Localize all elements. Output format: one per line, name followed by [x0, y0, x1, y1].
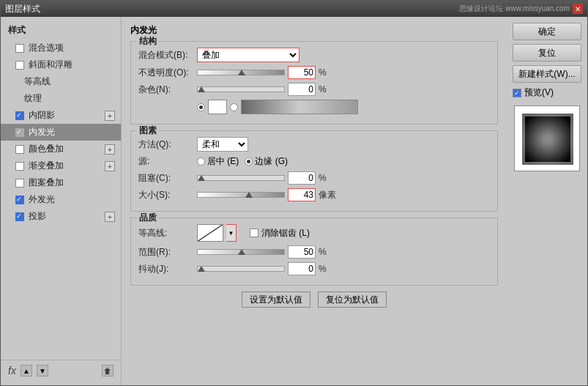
xiemian-checkbox[interactable]: [15, 61, 24, 70]
waifaguang-checkbox[interactable]: [15, 196, 24, 204]
butuomingdu-label: 不透明度(O):: [138, 67, 197, 79]
bianyuan-radio[interactable]: [245, 157, 253, 166]
hunhe-label: 混合选项: [29, 42, 64, 54]
sidebar-item-tuxiangdieijia[interactable]: 图案叠加: [1, 174, 121, 191]
zuse-slider[interactable]: [197, 175, 285, 181]
tuxiangdieijia-label: 图案叠加: [29, 177, 64, 189]
juzong-radio[interactable]: [197, 157, 205, 166]
daxiao-thumb[interactable]: [245, 192, 253, 198]
waifaguang-label: 外发光: [29, 193, 55, 206]
hunhe-checkbox[interactable]: [15, 44, 24, 53]
confirm-button[interactable]: 确定: [513, 23, 581, 40]
reset-default-button[interactable]: 复位为默认值: [318, 292, 387, 308]
color-row: [138, 100, 490, 114]
fanwei-input[interactable]: [288, 245, 316, 259]
new-style-button[interactable]: 新建样式(W)...: [513, 65, 581, 83]
xiaochujizu-checkbox[interactable]: [250, 229, 258, 237]
pinzhi-section: 品质 等高线: ▼ 消除: [130, 218, 498, 286]
sidebar-item-hunhe[interactable]: 混合选项: [1, 40, 121, 56]
fangfa-select[interactable]: 柔和 精确: [197, 137, 248, 152]
dialog-title: 图层样式: [5, 3, 40, 15]
preview-label: 预览(V): [524, 86, 554, 99]
fanwei-row: 范围(R): %: [138, 245, 490, 259]
sidebar-item-waifaguang[interactable]: 外发光: [1, 191, 121, 208]
yuan-radio-group: 居中 (E) 边缘 (G): [197, 155, 288, 168]
yansedieijia-plus[interactable]: +: [105, 144, 115, 155]
butuomingdu-thumb[interactable]: [238, 70, 245, 75]
tuso-label: 图素: [137, 125, 159, 137]
tuso-section: 图素 方法(Q): 柔和 精确 源:: [130, 130, 498, 212]
sidebar-item-denggaoxian[interactable]: 等高线: [1, 73, 121, 90]
jianbiandieijia-plus[interactable]: +: [105, 161, 115, 171]
reset-button[interactable]: 复位: [513, 44, 581, 62]
sidebar-item-touying[interactable]: 投影 +: [1, 208, 121, 225]
zase-thumb[interactable]: [198, 86, 205, 92]
xiaochujizu-item[interactable]: 消除锯齿 (L): [250, 227, 310, 240]
jianbiandieijia-checkbox[interactable]: [15, 162, 24, 171]
bianyuan-radio-item[interactable]: 边缘 (G): [245, 155, 288, 168]
juzong-radio-item[interactable]: 居中 (E): [197, 155, 239, 168]
denggaoxian-label: 等高线: [24, 75, 51, 88]
doushi-slider[interactable]: [197, 266, 285, 272]
daxiao-input[interactable]: [288, 188, 316, 201]
sidebar-item-wenli[interactable]: 纹理: [1, 90, 121, 107]
yansedieijia-label: 颜色叠加: [29, 143, 64, 155]
denggaoxian-row: 等高线: ▼ 消除锯齿 (L): [138, 224, 490, 242]
butuomingdu-row: 不透明度(O): %: [138, 66, 490, 79]
zase-input[interactable]: [288, 83, 316, 96]
fanwei-slider[interactable]: [197, 249, 285, 255]
butuomingdu-slider[interactable]: [197, 70, 285, 75]
close-button[interactable]: ✕: [573, 4, 583, 14]
neifaguang-checkbox[interactable]: [15, 128, 24, 137]
xiemian-label: 斜面和浮雕: [29, 59, 72, 71]
preview-image: [514, 105, 580, 171]
wenli-label: 纹理: [24, 92, 42, 105]
hunhemode-select[interactable]: 叠加: [197, 48, 299, 62]
doushi-row: 抖动(J): %: [138, 262, 490, 275]
fangfa-row: 方法(Q): 柔和 精确: [138, 137, 490, 152]
set-default-button[interactable]: 设置为默认值: [242, 292, 310, 308]
color-control: [197, 100, 490, 114]
fanwei-thumb[interactable]: [238, 249, 245, 255]
sidebar-item-neifaguang[interactable]: 内发光: [1, 124, 121, 141]
daxiao-slider[interactable]: [197, 192, 285, 198]
doushi-control: %: [197, 262, 490, 275]
zuse-row: 阻塞(C): %: [138, 171, 490, 185]
jiegou-section: 结构 混合模式(B): 叠加 不透明度(O):: [130, 41, 498, 125]
down-arrow-button[interactable]: ▼: [37, 365, 48, 376]
neiyinying-label: 内阴影: [29, 109, 55, 122]
touying-checkbox[interactable]: [15, 212, 24, 221]
zase-slider[interactable]: [197, 86, 285, 92]
tuxiangdieijia-checkbox[interactable]: [15, 179, 24, 188]
yansedieijia-checkbox[interactable]: [15, 145, 24, 154]
zase-label: 杂色(N):: [138, 83, 197, 96]
zuse-thumb[interactable]: [198, 175, 205, 181]
color-picker[interactable]: [208, 100, 227, 114]
zuse-input[interactable]: [288, 171, 316, 185]
zuse-percent: %: [319, 173, 329, 183]
main-section-title: 内发光: [130, 24, 498, 37]
daxiao-label: 大小(S):: [138, 189, 197, 201]
sidebar-item-yansedieijia[interactable]: 颜色叠加 +: [1, 141, 121, 157]
contour-preview[interactable]: [197, 224, 223, 242]
solid-radio[interactable]: [197, 103, 205, 111]
neiyinying-checkbox[interactable]: [15, 111, 24, 120]
sidebar-item-jianbiandieijia[interactable]: 渐变叠加 +: [1, 157, 121, 174]
contour-dropdown[interactable]: ▼: [226, 224, 237, 242]
hunhemode-label: 混合模式(B):: [138, 49, 197, 62]
sidebar-item-xiemian[interactable]: 斜面和浮雕: [1, 56, 121, 73]
gradient-radio[interactable]: [230, 103, 238, 111]
touying-plus[interactable]: +: [105, 212, 115, 222]
neiyinying-plus[interactable]: +: [105, 111, 115, 121]
left-panel: 样式 混合选项 斜面和浮雕 等高线 纹理 内阴影 +: [1, 17, 122, 385]
butuomingdu-input[interactable]: [288, 66, 316, 79]
doushi-thumb[interactable]: [198, 266, 205, 272]
doushi-input[interactable]: [288, 262, 316, 275]
layer-style-dialog: 图层样式 思缘设计论坛 www.missyuan.com ✕ 样式 混合选项 斜…: [0, 0, 588, 386]
gradient-preview[interactable]: [241, 100, 358, 114]
sidebar-item-neiyinying[interactable]: 内阴影 +: [1, 107, 121, 124]
yuan-row: 源: 居中 (E) 边缘 (G): [138, 155, 490, 168]
up-arrow-button[interactable]: ▲: [21, 365, 32, 376]
delete-button[interactable]: 🗑: [102, 365, 113, 376]
preview-checkbox[interactable]: ✓: [513, 89, 521, 97]
